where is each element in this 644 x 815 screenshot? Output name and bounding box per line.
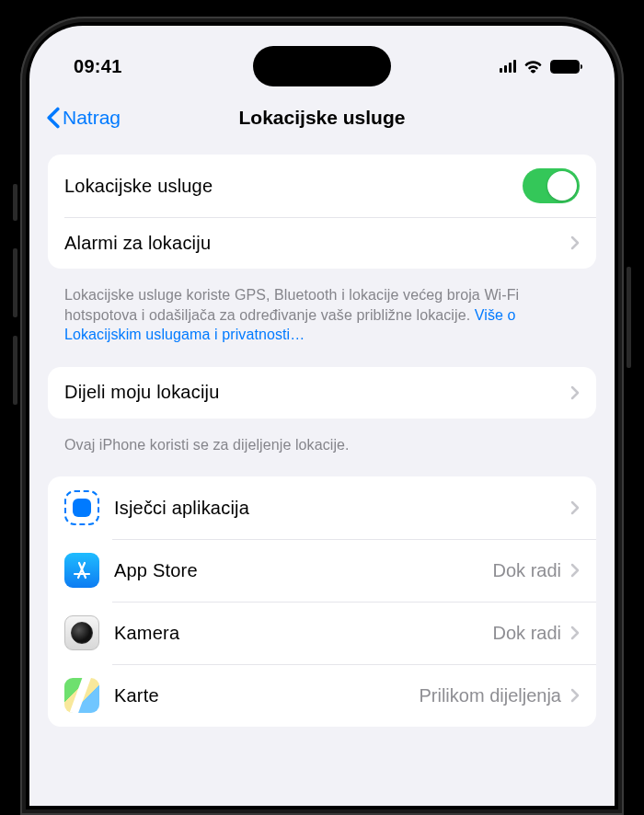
dynamic-island [253,46,391,86]
chevron-right-icon [570,235,580,250]
app-store-icon [64,553,99,588]
row-maps[interactable]: Karte Prilikom dijeljenja [48,664,596,727]
row-label: Lokacijske usluge [64,176,523,197]
row-camera[interactable]: Kamera Dok radi [48,602,596,664]
row-value: Dok radi [493,623,561,644]
chevron-right-icon [570,563,580,578]
settings-group-main: Lokacijske usluge Alarmi za lokaciju [48,155,596,269]
row-value: Prilikom dijeljenja [419,685,561,706]
back-label: Natrag [63,107,121,129]
row-app-store[interactable]: App Store Dok radi [48,539,596,602]
maps-icon [64,678,99,713]
wifi-icon [523,60,543,74]
chevron-left-icon [46,107,61,129]
app-clips-icon [64,490,99,525]
status-time: 09:41 [74,56,122,77]
footer-share-location: Ovaj iPhone koristi se za dijeljenje lok… [48,428,596,477]
chevron-right-icon [570,688,580,703]
settings-group-apps: Isječci aplikacija App Store Dok radi [48,476,596,727]
row-location-services[interactable]: Lokacijske usluge [48,155,596,217]
settings-group-share: Dijeli moju lokaciju [48,367,596,419]
footer-location-services: Lokacijske usluge koriste GPS, Bluetooth… [48,278,596,367]
location-services-toggle[interactable] [523,168,580,203]
row-location-alerts[interactable]: Alarmi za lokaciju [48,217,596,269]
row-label: App Store [114,560,493,581]
back-button[interactable]: Natrag [39,107,121,129]
row-label: Kamera [114,623,493,644]
chevron-right-icon [570,385,580,400]
battery-icon [550,60,580,74]
row-value: Dok radi [493,560,561,581]
nav-bar: Natrag Lokacijske usluge [29,90,615,145]
page-title: Lokacijske usluge [239,107,406,129]
row-label: Karte [114,685,419,706]
row-label: Isječci aplikacija [114,498,561,519]
chevron-right-icon [570,626,580,640]
cellular-signal-icon [500,60,517,73]
row-app-clips[interactable]: Isječci aplikacija [48,476,596,539]
camera-icon [64,615,99,650]
footer-text-body: Lokacijske usluge koriste GPS, Bluetooth… [64,287,519,323]
row-share-location[interactable]: Dijeli moju lokaciju [48,367,596,419]
chevron-right-icon [570,500,580,515]
row-label: Alarmi za lokaciju [64,233,570,254]
row-label: Dijeli moju lokaciju [64,382,570,403]
